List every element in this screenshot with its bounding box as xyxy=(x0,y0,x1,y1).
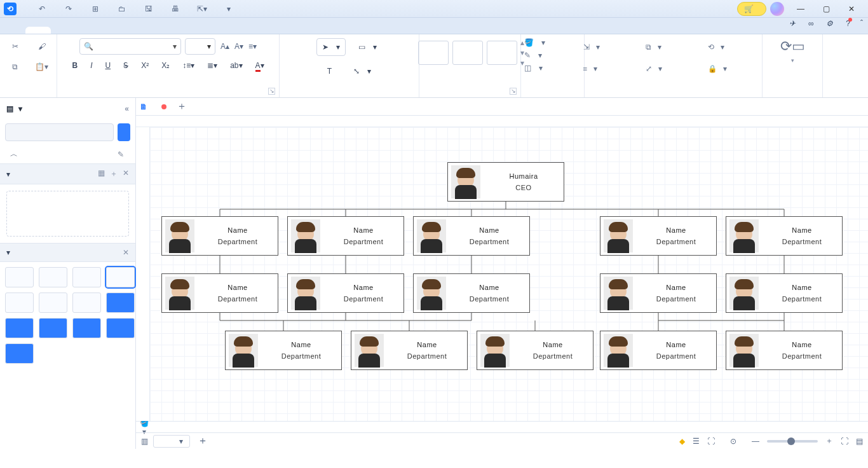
cut-icon[interactable]: ✂ xyxy=(6,38,24,55)
line-spacing-button[interactable]: ↕≡▾ xyxy=(182,61,194,70)
zoom-out-button[interactable]: — xyxy=(752,437,759,446)
style-preset[interactable] xyxy=(418,41,449,65)
present-icon[interactable]: ⊙ xyxy=(730,437,736,446)
library-drop-zone[interactable] xyxy=(6,191,129,237)
dialog-launcher-icon[interactable]: ↘ xyxy=(268,88,275,95)
shape-thumb[interactable] xyxy=(5,343,34,364)
publish-button[interactable]: ✈ xyxy=(789,19,798,28)
qat-more-icon[interactable]: ▾ xyxy=(220,0,238,18)
bullets-button[interactable]: ≣▾ xyxy=(207,61,217,70)
highlight-button[interactable]: ab▾ xyxy=(230,61,242,70)
shape-thumb[interactable] xyxy=(72,292,101,313)
maximize-button[interactable]: ▢ xyxy=(813,0,839,18)
export-icon[interactable]: ⇱▾ xyxy=(193,0,211,18)
new-icon[interactable]: ⊞ xyxy=(86,0,104,18)
decrease-font-icon[interactable]: A▾ xyxy=(234,42,243,51)
font-name-select[interactable]: 🔍 ▾ xyxy=(79,38,181,55)
underline-button[interactable]: U xyxy=(105,61,111,70)
shape-thumb[interactable] xyxy=(5,318,34,338)
dialog-launcher-icon[interactable]: ↘ xyxy=(510,88,517,95)
org-card[interactable]: NameDepartment xyxy=(225,331,342,370)
org-card[interactable]: NameDepartment xyxy=(600,331,717,370)
close-button[interactable]: ✕ xyxy=(839,0,864,18)
italic-button[interactable]: I xyxy=(90,61,92,70)
org-card[interactable]: NameDepartment xyxy=(726,216,843,256)
share-button[interactable]: ∞ xyxy=(808,19,817,28)
shape-tool[interactable]: ▭ ▾ xyxy=(353,38,382,56)
tab-advanced[interactable] xyxy=(153,27,178,34)
org-card[interactable]: NameDepartment xyxy=(413,216,530,256)
fit-page-icon[interactable]: ⛶ xyxy=(841,437,848,446)
user-avatar[interactable] xyxy=(770,2,784,16)
add-page-button[interactable]: ＋ xyxy=(198,434,208,448)
format-painter-icon[interactable]: 🖌 xyxy=(33,38,51,55)
org-card[interactable]: NameDepartment xyxy=(413,273,530,313)
strike-button[interactable]: S̶ xyxy=(123,61,128,70)
buy-now-button[interactable]: 🛒 xyxy=(737,2,766,16)
chevron-up-icon[interactable]: ︿ xyxy=(10,149,18,160)
symbol-search-input[interactable] xyxy=(5,123,114,141)
shape-thumb[interactable] xyxy=(106,267,135,287)
org-card[interactable]: NameDepartment xyxy=(287,273,404,313)
edit-icon[interactable]: ✎ xyxy=(118,150,124,159)
align-menu-icon[interactable]: ≡▾ xyxy=(248,42,257,51)
zoom-in-button[interactable]: ＋ xyxy=(825,436,833,446)
paste-icon[interactable]: 📋▾ xyxy=(33,59,51,75)
org-card[interactable]: NameDepartment xyxy=(287,216,404,256)
tab-design[interactable] xyxy=(76,27,102,34)
font-size-select[interactable]: ▾ xyxy=(185,38,215,55)
close-icon[interactable]: ✕ xyxy=(123,169,129,179)
group-button[interactable]: ⧉ ▾ xyxy=(646,38,702,56)
org-card[interactable]: NameDepartment xyxy=(161,216,278,256)
bold-button[interactable]: B xyxy=(72,61,78,70)
symbol-search-button[interactable] xyxy=(118,123,130,141)
superscript-button[interactable]: X² xyxy=(141,61,149,70)
redo-icon[interactable]: ↷ xyxy=(60,0,78,18)
org-card[interactable]: NameDepartment xyxy=(726,331,843,370)
open-icon[interactable]: 🗀 xyxy=(113,0,131,18)
chevron-down-icon[interactable]: ▾ xyxy=(18,104,22,113)
org-card[interactable]: NameDepartment xyxy=(477,331,593,370)
shape-thumb[interactable] xyxy=(5,292,34,313)
tab-home[interactable] xyxy=(25,27,51,34)
tab-symbols[interactable] xyxy=(127,27,153,34)
position-button[interactable]: ⇲ ▾ xyxy=(583,38,639,56)
print-icon[interactable]: 🖶 xyxy=(166,0,184,18)
rotate-button[interactable]: ⟲ ▾ xyxy=(708,38,764,56)
fill-button[interactable]: 🪣▾ xyxy=(524,38,581,47)
increase-font-icon[interactable]: A▴ xyxy=(220,42,229,51)
add-doc-button[interactable]: ＋ xyxy=(177,100,187,113)
org-card[interactable]: NameDepartment xyxy=(600,216,717,256)
diamond-icon[interactable]: ◆ xyxy=(679,437,685,446)
org-card[interactable]: NameDepartment xyxy=(161,273,278,313)
lock-button[interactable]: 🔒 ▾ xyxy=(708,60,764,78)
page-select[interactable]: ▾ xyxy=(153,435,190,448)
shape-thumb[interactable] xyxy=(106,318,135,338)
connector-tool[interactable]: ⤡ ▾ xyxy=(348,62,376,80)
shape-thumb[interactable] xyxy=(39,292,67,313)
shadow-button[interactable]: ◫▾ xyxy=(524,64,581,72)
tab-view[interactable] xyxy=(102,27,127,34)
shape-thumb[interactable] xyxy=(72,267,101,287)
style-preset[interactable] xyxy=(452,41,483,65)
zoom-slider[interactable] xyxy=(767,440,818,443)
org-card[interactable]: HumairaCEO xyxy=(447,162,564,202)
text-tool[interactable]: T xyxy=(322,62,341,80)
save-icon[interactable]: 🖫 xyxy=(140,0,158,18)
org-card[interactable]: NameDepartment xyxy=(351,331,468,370)
collapse-ribbon-icon[interactable]: ˆ xyxy=(860,19,863,28)
grid-icon[interactable]: ▦ xyxy=(98,169,105,179)
select-tool[interactable]: ➤ ▾ xyxy=(316,38,346,56)
layers-icon[interactable]: ☰ xyxy=(693,437,700,446)
canvas[interactable]: HumairaCEONameDepartmentNameDepartmentNa… xyxy=(150,127,868,421)
replace-shape-button[interactable]: ⟳▭ ▾ xyxy=(780,38,805,64)
add-icon[interactable]: ＋ xyxy=(110,169,118,179)
font-color-button[interactable]: A▾ xyxy=(255,61,264,70)
org-card[interactable]: NameDepartment xyxy=(726,273,843,313)
shape-thumb[interactable] xyxy=(5,267,34,287)
page-list-icon[interactable]: ▥ xyxy=(141,437,148,446)
tab-file[interactable] xyxy=(0,27,25,34)
undo-icon[interactable]: ↶ xyxy=(33,0,51,18)
org-card[interactable]: NameDepartment xyxy=(600,273,717,313)
collapse-panel-icon[interactable]: « xyxy=(125,104,129,113)
